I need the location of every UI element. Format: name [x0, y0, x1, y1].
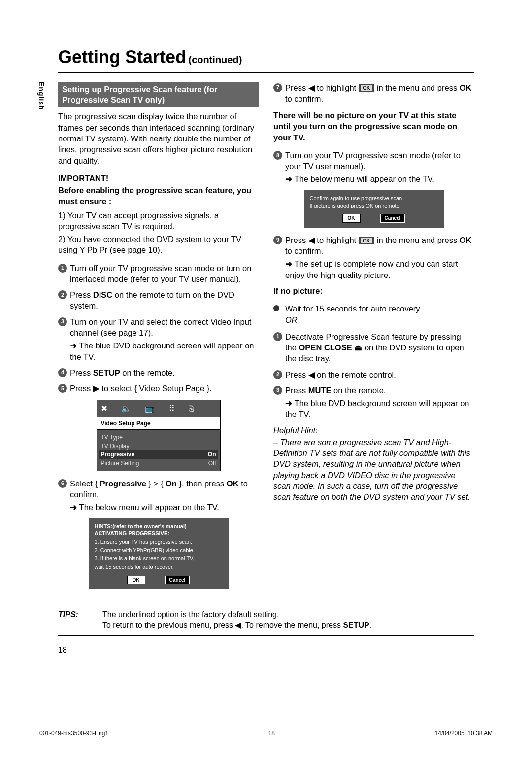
osd-ok-button: OK [342, 214, 361, 223]
osd-hints-line: 3. If there is a blank screen on normal … [95, 555, 223, 562]
step-5-pre: Press [70, 384, 93, 393]
step-2: 2 Press DISC on the remote to turn on th… [58, 289, 259, 311]
steps-list-left-2: 4 Press SETUP on the remote. 5 Press to … [58, 367, 259, 394]
step-2-key: DISC [93, 290, 112, 299]
step-4-pre: Press [70, 368, 93, 377]
bullet-icon [273, 305, 279, 311]
osd-row: Picture SettingOff [101, 459, 216, 468]
requirement-1: 1) Your TV can accept progressive signal… [58, 210, 259, 232]
section-heading: Setting up Progressive Scan feature (for… [58, 82, 259, 107]
helpful-hint-body: – There are some progressive scan TV and… [273, 437, 474, 503]
intro-paragraph: The progressive scan display twice the n… [58, 111, 259, 166]
step-8-result: The below menu will appear on the TV. [273, 173, 474, 184]
osd-row-selected: ProgressiveOn [99, 450, 218, 458]
content-columns: Setting up Progressive Scan feature (for… [58, 82, 474, 596]
right-arrow-icon [93, 384, 100, 393]
osd-cancel-button: Cancel [165, 576, 190, 585]
step-5-post: to select { Video Setup Page }. [100, 384, 212, 393]
steps-list-right-2: 8Turn on your TV progressive scan mode (… [273, 150, 474, 172]
osd-hints-line: 2. Connect with YPbPr(GBR) video cable. [95, 547, 223, 554]
tips-body: The underlined option is the factory def… [102, 609, 474, 630]
osd-title: Video Setup Page [97, 417, 220, 430]
step-4: 4 Press SETUP on the remote. [58, 367, 259, 378]
osd-confirm-dialog: Confirm again to use progressive scan If… [304, 190, 444, 228]
tips-footer: TIPS: The underlined option is the facto… [58, 604, 474, 636]
or-label: OR [285, 315, 298, 324]
left-arrow-icon [235, 621, 241, 629]
step-6-result: The below menu will appear on the TV. [58, 502, 259, 513]
step-4-post: on the remote. [120, 368, 175, 377]
steps-list-left-3: 6 Select { Progressive } > { On }, then … [58, 478, 259, 500]
footer-page: 18 [268, 729, 275, 737]
osd-confirm-line: If picture is good press OK on remote [310, 202, 438, 209]
important-text: Before enabling the progressive scan fea… [58, 185, 259, 207]
page-number: 18 [58, 645, 474, 656]
osd-icon-bar: ✖ 🔈 📺 ⠿ ⎘ [97, 400, 220, 417]
osd-buttons: OK Cancel [95, 576, 223, 585]
no-picture-label: If no picture: [273, 285, 474, 296]
osd-hints-subtitle: ACTIVATING PROGRESSIVE: [95, 530, 223, 537]
osd-hints-title: HINTS:(refer to the owner's manual) [95, 523, 223, 530]
step-5: 5 Press to select { Video Setup Page }. [58, 383, 259, 394]
osd-body: TV Type TV Display ProgressiveOn Picture… [97, 430, 220, 471]
step-2-pre: Press [70, 290, 93, 299]
footer-timestamp: 14/04/2005, 10:38 AM [435, 729, 493, 737]
right-column: 7 Press to highlight OK in the menu and … [273, 82, 474, 596]
step-4-key: SETUP [93, 368, 120, 377]
steps-list-right-3: 9 Press to highlight OK in the menu and … [273, 235, 474, 257]
print-footer: 001-049-hts3500-93-Eng1 18 14/04/2005, 1… [39, 729, 493, 737]
step-8: 8Turn on your TV progressive scan mode (… [273, 150, 474, 172]
page-title-row: Getting Started (continued) [58, 45, 474, 73]
osd-hints-dialog: HINTS:(refer to the owner's manual) ACTI… [89, 518, 229, 589]
no-picture-wait: Wait for 15 seconds for auto recovery. O… [273, 303, 474, 325]
step-3: 3Turn on your TV and select the correct … [58, 316, 259, 339]
steps-list-left: 1Turn off your TV progressive scan mode … [58, 263, 259, 339]
step-6: 6 Select { Progressive } > { On }, then … [58, 478, 259, 500]
no-picture-bullet-list: Wait for 15 seconds for auto recovery. O… [273, 303, 474, 325]
steps-list-right: 7 Press to highlight OK in the menu and … [273, 82, 474, 104]
requirement-2: 2) You have connected the DVD system to … [58, 234, 259, 256]
left-column: Setting up Progressive Scan feature (for… [58, 82, 259, 596]
osd-ok-button: OK [127, 576, 145, 585]
step-9-result: The set up is complete now and you can s… [273, 258, 474, 280]
osd-confirm-line: Confirm again to use progressive scan [310, 195, 438, 202]
step-1-text: Turn off your TV progressive scan mode o… [70, 264, 251, 283]
step-8-text: Turn on your TV progressive scan mode (r… [285, 151, 461, 171]
np-step-3: 3 Press MUTE on the remote. [273, 385, 474, 396]
np-step-2: 2 Press on the remote control. [273, 369, 474, 380]
no-picture-warning: There will be no picture on your TV at t… [273, 110, 474, 143]
step-9: 9 Press to highlight OK in the menu and … [273, 235, 474, 257]
np-step-1: 1 Deactivate Progressive Scan feature by… [273, 331, 474, 364]
page-title-continued: (continued) [188, 54, 242, 65]
ok-chip-icon: OK [359, 84, 375, 92]
osd-row: TV Display [101, 442, 216, 450]
footer-filename: 001-049-hts3500-93-Eng1 [39, 729, 108, 737]
step-1: 1Turn off your TV progressive scan mode … [58, 263, 259, 285]
eject-icon [354, 343, 362, 352]
important-label: IMPORTANT! [58, 173, 259, 184]
helpful-hint-label: Helpful Hint: [273, 425, 474, 436]
left-arrow-icon [308, 370, 315, 379]
osd-video-setup: ✖ 🔈 📺 ⠿ ⎘ Video Setup Page TV Type TV Di… [97, 400, 221, 471]
np-step-3-result: The blue DVD background screen will appe… [273, 398, 474, 420]
tips-label: TIPS: [58, 609, 88, 630]
left-arrow-icon [308, 236, 315, 244]
manual-page: English Getting Started (continued) Sett… [0, 0, 532, 761]
osd-cancel-button: Cancel [380, 214, 405, 223]
osd-hints-line: wait 15 seconds for auto recover. [95, 563, 223, 571]
step-3-result: The blue DVD background screen will appe… [58, 340, 259, 362]
step-7: 7 Press to highlight OK in the menu and … [273, 82, 474, 104]
step-3-text: Turn on your TV and select the correct V… [70, 317, 251, 337]
language-tab: English [36, 82, 46, 110]
left-arrow-icon [308, 83, 315, 92]
no-picture-steps: 1 Deactivate Progressive Scan feature by… [273, 331, 474, 396]
osd-hints-line: 1. Ensure your TV has progressive scan. [95, 538, 223, 546]
page-title: Getting Started [58, 47, 186, 67]
ok-chip-icon: OK [359, 237, 375, 245]
osd-buttons: OK Cancel [310, 214, 438, 223]
osd-row: TV Type [101, 433, 216, 442]
